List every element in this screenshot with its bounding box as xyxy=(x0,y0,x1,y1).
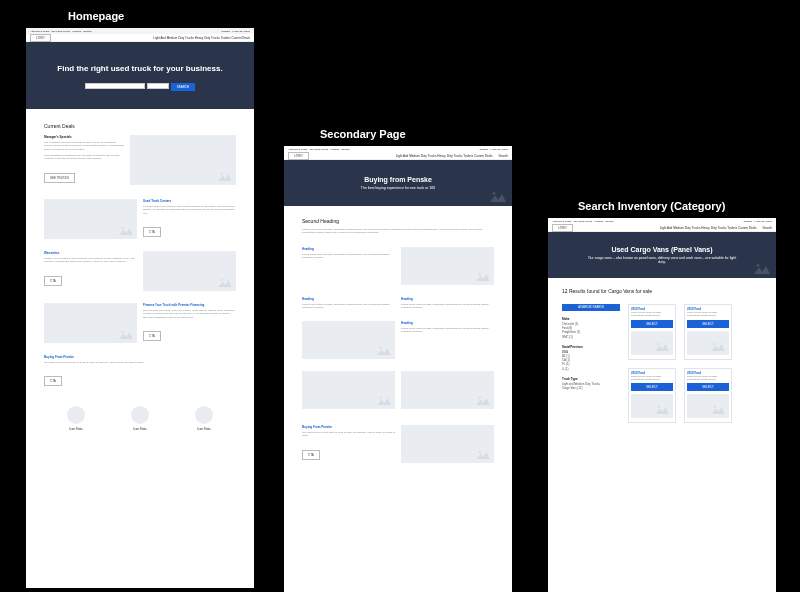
wireframe-secondary: Appraise & Trade · Sell Used Trucks · Fi… xyxy=(284,146,512,592)
nav-links[interactable]: Light And Medium Duty Trucks Heavy Duty … xyxy=(396,154,493,158)
image-placeholder xyxy=(302,321,395,359)
result-desc: Lorem ipsum dolor sit amet consectetur a… xyxy=(687,375,729,382)
sub-body: Lorem ipsum dolor sit amet, consectetur … xyxy=(401,327,494,334)
cta-button[interactable]: CTA xyxy=(44,276,62,286)
heading-second: Second Heading xyxy=(302,218,494,224)
svg-point-18 xyxy=(380,347,382,349)
sub-heading: Heading xyxy=(302,247,395,251)
svg-marker-44 xyxy=(717,407,725,414)
nav-links[interactable]: Light And Medium Duty Trucks Heavy Duty … xyxy=(660,226,757,230)
item-heading[interactable]: Finance Your Truck with Premier Financin… xyxy=(143,303,236,307)
svg-marker-26 xyxy=(482,398,490,405)
svg-point-3 xyxy=(122,227,124,229)
cta-button[interactable]: CTA xyxy=(44,376,62,386)
svg-point-36 xyxy=(714,342,716,344)
image-placeholder xyxy=(401,425,494,463)
svg-marker-38 xyxy=(717,344,725,351)
sub-body: Lorem ipsum dolor sit amet, consectetur … xyxy=(302,253,395,260)
svg-marker-2 xyxy=(224,174,232,181)
search-input-type[interactable] xyxy=(147,83,169,89)
image-placeholder xyxy=(631,394,673,418)
navbar: LOGO Light And Medium Duty Trucks Heavy … xyxy=(26,34,254,42)
stat-label: Icon Stats xyxy=(195,427,213,431)
logo[interactable]: LOGO xyxy=(552,224,573,232)
svg-point-9 xyxy=(122,331,124,333)
advanced-search-button[interactable]: ADVANCED SEARCH xyxy=(562,304,620,311)
item-heading[interactable]: Buying From Penske xyxy=(44,355,236,359)
hero: Buying from Penske The best buying exper… xyxy=(284,160,512,206)
result-card[interactable]: 2010 Ford Lorem ipsum dolor sit amet con… xyxy=(628,304,676,360)
image-placeholder xyxy=(130,135,236,185)
svg-point-21 xyxy=(380,397,382,399)
svg-marker-23 xyxy=(383,398,391,405)
search-input-keyword[interactable] xyxy=(85,83,145,89)
item-heading[interactable]: Warranties xyxy=(44,251,137,255)
search-link[interactable]: Search xyxy=(498,154,508,158)
result-desc: Lorem ipsum dolor sit amet consectetur a… xyxy=(631,311,673,318)
cta-button[interactable]: CTA xyxy=(143,331,161,341)
results-grid: 2010 Ford Lorem ipsum dolor sit amet con… xyxy=(628,304,762,423)
image-placeholder xyxy=(687,394,729,418)
hero-title: Find the right used truck for your busin… xyxy=(56,64,224,73)
select-button[interactable]: SELECT xyxy=(631,320,673,328)
logo[interactable]: LOGO xyxy=(30,34,51,42)
image-placeholder xyxy=(302,371,395,409)
result-card[interactable]: 2010 Ford Lorem ipsum dolor sit amet con… xyxy=(628,368,676,424)
filter-item[interactable]: IL (1) xyxy=(562,367,620,371)
cta-button[interactable]: CTA xyxy=(302,450,320,460)
select-button[interactable]: SELECT xyxy=(687,320,729,328)
image-placeholder xyxy=(44,303,137,343)
results-heading: 12 Results found for Cargo Vans for sale xyxy=(562,288,762,294)
filter-make-heading: Make xyxy=(562,317,620,321)
item-body: Penske's Used Truck Centers offer a larg… xyxy=(143,205,236,215)
result-desc: Lorem ipsum dolor sit amet consectetur a… xyxy=(687,311,729,318)
stat-item: Icon Stats xyxy=(195,406,213,431)
filter-item[interactable]: Cargo Vans (12) xyxy=(562,386,620,390)
svg-marker-17 xyxy=(482,274,490,281)
search-link[interactable]: Search xyxy=(762,226,772,230)
circle-icon xyxy=(67,406,85,424)
image-placeholder xyxy=(401,371,494,409)
logo[interactable]: LOGO xyxy=(288,152,309,160)
cta-button[interactable]: CTA xyxy=(143,227,161,237)
svg-point-39 xyxy=(658,406,660,408)
svg-point-24 xyxy=(479,397,481,399)
topbar-right: Contact · 1-888-234-5678 xyxy=(480,148,509,151)
svg-marker-32 xyxy=(761,266,770,274)
stat-label: Icon Stats xyxy=(67,427,85,431)
hero-title: Buying from Penske xyxy=(314,176,482,183)
filter-type-heading: Truck Type xyxy=(562,377,620,381)
navbar: LOGO Light And Medium Duty Trucks Heavy … xyxy=(284,152,512,160)
label-search: Search Inventory (Category) xyxy=(578,200,725,212)
cta-heading[interactable]: Buying From Penske xyxy=(302,425,395,429)
image-placeholder xyxy=(44,199,137,239)
result-card[interactable]: 2010 Ford Lorem ipsum dolor sit amet con… xyxy=(684,368,732,424)
nav-links[interactable]: Light And Medium Duty Trucks Heavy Duty … xyxy=(153,36,250,40)
wireframe-search: Appraise & Trade · Sell Used Trucks · Fi… xyxy=(548,218,776,592)
hero-subtitle: The best buying experience for one truck… xyxy=(314,186,482,190)
item-heading[interactable]: Used Truck Centers xyxy=(143,199,236,203)
svg-marker-41 xyxy=(661,407,669,414)
result-card[interactable]: 2010 Ford Lorem ipsum dolor sit amet con… xyxy=(684,304,732,360)
hero-title: Used Cargo Vans (Panel Vans) xyxy=(584,246,740,253)
topbar-left: Appraise & Trade · Sell Used Trucks · Fi… xyxy=(288,148,350,151)
svg-marker-29 xyxy=(482,452,490,459)
see-trucks-button[interactable]: SEE TRUCKS xyxy=(44,173,75,183)
circle-icon xyxy=(195,406,213,424)
svg-marker-8 xyxy=(224,280,232,287)
search-button[interactable]: SEARCH xyxy=(171,83,196,91)
select-button[interactable]: SELECT xyxy=(631,383,673,391)
sub-body: Lorem ipsum dolor sit amet, consectetur … xyxy=(302,303,395,310)
cta-body: We want buying a truck from us to be as … xyxy=(302,431,395,438)
deals-subtitle: Manager's Specials xyxy=(44,135,124,139)
filter-item[interactable]: GMC (1) xyxy=(562,335,620,339)
svg-point-15 xyxy=(479,272,481,274)
heading-current-deals: Current Deals xyxy=(44,123,236,129)
filter-sidebar: ADVANCED SEARCH Make Chevrolet (1) Ford … xyxy=(562,304,620,423)
topbar-right: Contact · 1-888-234-5678 xyxy=(744,220,773,223)
label-homepage: Homepage xyxy=(68,10,124,22)
topbar-right: Contact · 1-888-234-5678 xyxy=(222,30,251,33)
svg-marker-20 xyxy=(383,348,391,355)
svg-point-27 xyxy=(479,451,481,453)
select-button[interactable]: SELECT xyxy=(687,383,729,391)
